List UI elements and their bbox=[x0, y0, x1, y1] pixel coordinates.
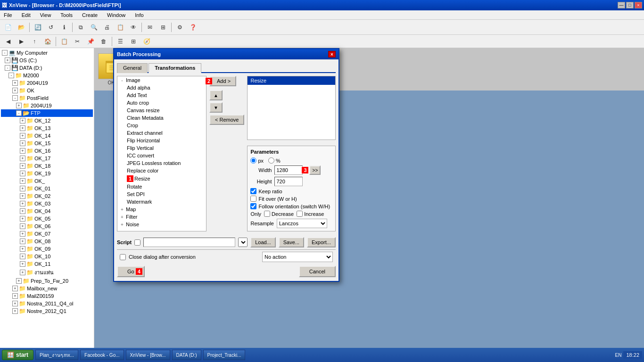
tree-ok05[interactable]: + 📁 OK_05 bbox=[1, 215, 93, 222]
tb-batch[interactable]: ⚙ bbox=[173, 22, 186, 33]
tree-mailbox[interactable]: + 📁 Mailbox_new bbox=[1, 285, 93, 292]
expand-ok16[interactable]: + bbox=[20, 148, 25, 154]
start-button[interactable]: 🪟 start bbox=[2, 350, 33, 360]
tb-send[interactable]: ✉ bbox=[144, 22, 156, 33]
tr-add-text[interactable]: Add Text bbox=[117, 91, 206, 99]
taskbar-item-3[interactable]: DATA (D:) bbox=[172, 350, 201, 360]
tb-view-list[interactable]: ☰ bbox=[114, 36, 126, 47]
taskbar-item-2[interactable]: XnView - [Brow... bbox=[126, 350, 170, 360]
menu-view[interactable]: View bbox=[38, 11, 53, 19]
window-controls[interactable]: — □ × bbox=[618, 2, 642, 8]
tr-flip-h[interactable]: Flip Horizontal bbox=[117, 137, 206, 144]
tb-refresh2[interactable]: ↺ bbox=[45, 22, 57, 33]
close-button[interactable]: × bbox=[635, 2, 642, 8]
tr-group-noise[interactable]: + Noise bbox=[117, 221, 206, 228]
tree-ok08[interactable]: + 📁 OK_08 bbox=[1, 238, 93, 245]
expand-ftp[interactable]: - bbox=[16, 110, 22, 116]
tree-ok18[interactable]: + 📁 OK_18 bbox=[1, 162, 93, 170]
tree-nostra2011[interactable]: + 📁 Nostra_2011_Q4_ol bbox=[1, 300, 93, 307]
tr-jpeg-lossless[interactable]: JPEG Lossless rotation bbox=[117, 159, 206, 167]
expand-ok09[interactable]: + bbox=[20, 246, 25, 252]
taskbar-item-4[interactable]: Project_Tracki... bbox=[203, 350, 246, 360]
add-button[interactable]: Add > bbox=[209, 76, 236, 86]
script-export-button[interactable]: Export... bbox=[307, 237, 336, 247]
expand-ok03[interactable]: + bbox=[20, 201, 25, 206]
expand-ok12[interactable]: + bbox=[20, 118, 25, 123]
expand-ok14[interactable]: + bbox=[20, 133, 25, 139]
tb-copy2[interactable]: 📋 bbox=[58, 36, 70, 47]
tree-ok15[interactable]: + 📁 OK_15 bbox=[1, 140, 93, 147]
tr-set-dpi[interactable]: Set DPI bbox=[117, 190, 206, 198]
tr-auto-crop[interactable]: Auto crop bbox=[117, 99, 206, 107]
tree-my-computer[interactable]: - 💻 My Computer bbox=[1, 49, 93, 57]
menu-info[interactable]: Info bbox=[133, 11, 145, 19]
tb-open[interactable]: 📂 bbox=[15, 22, 27, 33]
remove-button[interactable]: < Remove bbox=[209, 115, 244, 125]
expand-ok06[interactable]: + bbox=[20, 223, 25, 229]
expand-ok02[interactable]: + bbox=[20, 193, 25, 199]
expand-mailbox[interactable]: + bbox=[12, 286, 18, 291]
tr-replace-color[interactable]: Replace color bbox=[117, 167, 206, 174]
tree-ok19[interactable]: + 📁 OK_19 bbox=[1, 170, 93, 177]
follow-orientation-checkbox[interactable] bbox=[250, 203, 256, 209]
expand-postfield[interactable]: - bbox=[12, 95, 18, 101]
menu-window[interactable]: Window bbox=[105, 11, 127, 19]
expand-m2000[interactable]: - bbox=[8, 73, 14, 78]
tree-ok09[interactable]: + 📁 OK_09 bbox=[1, 245, 93, 253]
tree-m2000[interactable]: - 📁 M2000 bbox=[1, 72, 93, 79]
tb-info[interactable]: ℹ bbox=[58, 22, 70, 33]
expand-prep[interactable]: + bbox=[16, 278, 22, 284]
tb-search[interactable]: 🔍 bbox=[88, 22, 100, 33]
expand-ok07[interactable]: + bbox=[20, 231, 25, 237]
tb-new[interactable]: 📄 bbox=[2, 22, 14, 33]
tb-scan[interactable]: 📋 bbox=[114, 22, 126, 33]
taskbar-item-1[interactable]: Facebook - Go... bbox=[80, 350, 124, 360]
tr-clean-metadata[interactable]: Clean Metadata bbox=[117, 114, 206, 122]
expand-ok[interactable]: + bbox=[12, 88, 18, 93]
menu-tools[interactable]: Tools bbox=[58, 11, 74, 19]
tree-ok06[interactable]: + 📁 OK_06 bbox=[1, 222, 93, 230]
tree-mailz[interactable]: + 📁 MailZ00159 bbox=[1, 292, 93, 300]
dialog-close-button[interactable]: × bbox=[328, 51, 336, 58]
tr-rotate[interactable]: Rotate bbox=[117, 183, 206, 190]
script-dropdown[interactable]: ▼ bbox=[238, 238, 248, 247]
tb-grid[interactable]: ⊞ bbox=[157, 22, 169, 33]
expand-mailz[interactable]: + bbox=[12, 293, 18, 299]
tb-back[interactable]: ◀ bbox=[2, 36, 14, 47]
tr-group-image[interactable]: - Image bbox=[117, 76, 206, 84]
tr-group-filter[interactable]: + Filter bbox=[117, 213, 206, 221]
expand-ok13[interactable]: + bbox=[20, 125, 25, 131]
radio-px-option[interactable]: px bbox=[250, 157, 264, 164]
expand-ngan[interactable]: + bbox=[20, 270, 25, 275]
tab-transformations[interactable]: Transformations bbox=[149, 63, 201, 73]
tree-ok07[interactable]: + 📁 OK_07 bbox=[1, 230, 93, 238]
radio-percent[interactable] bbox=[268, 157, 274, 164]
expand-ok_[interactable]: + bbox=[20, 178, 25, 184]
expand-ok08[interactable]: + bbox=[20, 239, 25, 244]
expand-ok04[interactable]: + bbox=[20, 208, 25, 214]
tree-ok10[interactable]: + 📁 OK_10 bbox=[1, 253, 93, 260]
tr-expand-filter[interactable]: + bbox=[119, 214, 125, 220]
tree-ok_[interactable]: + 📁 OK_ bbox=[1, 177, 93, 185]
tr-expand-map[interactable]: + bbox=[119, 207, 125, 212]
tree-nostre2012[interactable]: + 📁 Nostre_2012_Q1 bbox=[1, 307, 93, 315]
expand-ok01[interactable]: + bbox=[20, 186, 25, 191]
tb-delete[interactable]: 🗑 bbox=[98, 36, 110, 47]
tb-home[interactable]: 🏠 bbox=[41, 36, 54, 47]
move-up-button[interactable]: ▲ bbox=[209, 90, 223, 100]
tree-ok[interactable]: + 📁 OK bbox=[1, 87, 93, 94]
tree-prep[interactable]: + 📁 Prep_To_Fw_20 bbox=[1, 277, 93, 285]
tree-ok14[interactable]: + 📁 OK_14 bbox=[1, 132, 93, 140]
tb-nav[interactable]: 🧭 bbox=[140, 36, 153, 47]
action-list-resize[interactable]: Resize bbox=[248, 76, 335, 85]
resample-select[interactable]: Nearest neighbor Bilinear Bicubic Lanczo… bbox=[277, 219, 327, 228]
tree-ok02[interactable]: + 📁 OK_02 bbox=[1, 192, 93, 200]
taskbar-item-0[interactable]: Plan_งานๆ.mx... bbox=[35, 350, 78, 360]
tb-about[interactable]: ❓ bbox=[187, 22, 199, 33]
copy-width-button[interactable]: >> bbox=[309, 165, 321, 175]
menu-edit[interactable]: Edit bbox=[20, 11, 33, 19]
no-action-select[interactable]: No action Close Shutdown bbox=[262, 252, 333, 262]
expand-ok15[interactable]: + bbox=[20, 140, 25, 146]
expand-os-c[interactable]: + bbox=[5, 58, 10, 63]
expand-ok10[interactable]: + bbox=[20, 254, 25, 259]
